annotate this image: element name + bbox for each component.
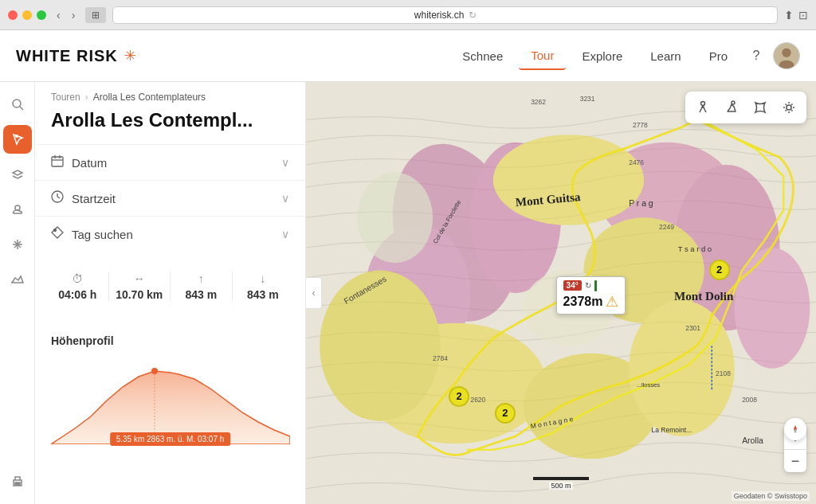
distance-value: 10.70 km (113, 288, 167, 301)
map-scale: 500 m (533, 477, 589, 490)
svg-text:2778: 2778 (633, 121, 648, 129)
rotation-icon: ↻ (585, 281, 591, 290)
share-button[interactable]: ⬆ (784, 9, 794, 21)
sidebar-snow-button[interactable] (3, 230, 32, 259)
browser-chrome: ‹ › ⊞ whiterisk.ch ↻ ⬆ ⊡ (0, 0, 816, 30)
url-text: whiterisk.ch (414, 10, 465, 21)
nav-tour[interactable]: Tour (519, 42, 566, 70)
svg-text:2008: 2008 (742, 396, 757, 404)
route-tool-button[interactable] (749, 96, 771, 119)
ski-tool-button[interactable] (720, 96, 743, 119)
descent-value: 843 m (237, 288, 290, 301)
svg-text:2301: 2301 (685, 324, 700, 332)
address-bar[interactable]: whiterisk.ch ↻ (112, 6, 778, 24)
sidebar-weather-button[interactable] (3, 195, 32, 224)
avatar[interactable] (773, 42, 800, 69)
elevation-chart: 5.35 km 2863 m. ü. M. 03:07 h (51, 357, 289, 444)
close-button[interactable] (8, 10, 18, 20)
nav-learn[interactable]: Learn (638, 43, 692, 69)
svg-text:2620: 2620 (470, 396, 485, 404)
breadcrumb-parent[interactable]: Touren (51, 92, 80, 103)
svg-point-60 (787, 105, 791, 110)
svg-point-3 (13, 100, 21, 107)
tag-filter[interactable]: Tag suchen ∨ (35, 216, 305, 252)
tag-label: Tag suchen (72, 228, 133, 241)
maximize-button[interactable] (37, 10, 46, 20)
marker-3[interactable]: 2 (495, 403, 516, 424)
map-container[interactable]: Mont Guitsa Mont Dolin Fontanesses P r a… (306, 82, 816, 504)
brand-star-icon: ✳ (124, 47, 136, 64)
breadcrumb-separator: › (85, 92, 88, 103)
scale-label: 500 m (549, 482, 572, 490)
time-icon: ⏱ (51, 272, 104, 285)
nav-schnee[interactable]: Schnee (450, 43, 515, 69)
svg-text:La Remoint...: La Remoint... (652, 426, 692, 434)
svg-text:2249: 2249 (659, 223, 674, 231)
datum-label: Datum (72, 156, 107, 170)
svg-text:Mont Dolin: Mont Dolin (674, 290, 734, 303)
level-indicator (594, 280, 597, 291)
tag-chevron-icon: ∨ (281, 228, 289, 240)
stat-distance: ↔ 10.70 km (113, 272, 167, 301)
zoom-out-button[interactable]: − (784, 450, 806, 472)
scale-bar (533, 477, 589, 480)
nav-pro[interactable]: Pro (697, 43, 740, 69)
svg-rect-12 (15, 483, 20, 485)
svg-rect-13 (52, 157, 63, 166)
sidebar-terrain-button[interactable] (3, 265, 32, 294)
svg-point-59 (732, 101, 735, 104)
nav-explore[interactable]: Explore (570, 43, 634, 69)
time-value: 04:06 h (51, 288, 104, 301)
datum-filter[interactable]: Datum ∨ (35, 144, 305, 180)
svg-text:P r a g: P r a g (629, 199, 653, 208)
compass-button[interactable] (784, 418, 806, 440)
minimize-button[interactable] (22, 10, 32, 20)
reload-icon: ↻ (469, 10, 477, 21)
main-content: Touren › Arolla Les Contemplateurs Aroll… (0, 82, 816, 504)
marker-2-label: 2 (457, 390, 462, 402)
brand-text: WHITE RISK (16, 47, 118, 65)
svg-text:3262: 3262 (531, 98, 546, 106)
angle-badge: 34° (563, 280, 582, 291)
sidebar-route-button[interactable] (3, 125, 32, 154)
svg-text:T s a r d o: T s a r d o (678, 244, 712, 253)
sidebar-search-button[interactable] (3, 90, 32, 119)
sidebar-layers-button[interactable] (3, 160, 32, 189)
top-nav: WHITE RISK ✳ Schnee Tour Explore Learn P… (0, 30, 816, 82)
svg-text:2476: 2476 (629, 158, 644, 166)
elevation-tooltip: 5.35 km 2863 m. ü. M. 03:07 h (110, 432, 231, 446)
tour-title: Arolla Les Contempl... (35, 103, 305, 144)
elevation-title: Höhenprofil (51, 334, 289, 347)
back-button[interactable]: ‹ (53, 7, 65, 23)
browser-actions: ⬆ ⊡ (784, 9, 808, 21)
startzeit-filter-label: Startzeit (51, 190, 116, 206)
svg-point-18 (54, 229, 57, 232)
stat-time: ⏱ 04:06 h (51, 272, 104, 301)
settings-tool-button[interactable] (778, 96, 800, 119)
descent-icon: ↓ (237, 272, 290, 285)
browser-nav-buttons: ‹ › (53, 7, 79, 23)
sidebar-icons (0, 82, 35, 504)
warning-icon: ⚠ (606, 293, 618, 311)
startzeit-filter[interactable]: Startzeit ∨ (35, 180, 305, 216)
datum-filter-label: Datum (51, 154, 107, 170)
ascent-icon: ↑ (175, 272, 228, 285)
tab-button[interactable]: ⊞ (85, 7, 106, 23)
svg-point-28 (493, 135, 644, 225)
marker-2[interactable]: 2 (449, 386, 469, 407)
forward-button[interactable]: › (68, 7, 80, 23)
svg-point-33 (320, 271, 440, 421)
svg-point-1 (782, 49, 790, 57)
marker-1[interactable]: 2 (709, 260, 730, 280)
bookmark-button[interactable]: ⊡ (798, 9, 808, 21)
help-button[interactable]: ? (743, 43, 769, 68)
warning-marker[interactable]: 34° ↻ 2378m ⚠ (556, 276, 626, 315)
elevation-value: 2378m (563, 295, 603, 309)
collapse-panel-button[interactable]: ‹ (306, 277, 322, 309)
marker-3-label: 2 (502, 407, 508, 419)
ascent-value: 843 m (175, 288, 228, 301)
walk-tool-button[interactable] (692, 96, 714, 119)
svg-point-58 (701, 102, 705, 106)
print-button[interactable] (3, 467, 32, 496)
map-attribution: Geodaten © Swisstopo (732, 491, 810, 501)
